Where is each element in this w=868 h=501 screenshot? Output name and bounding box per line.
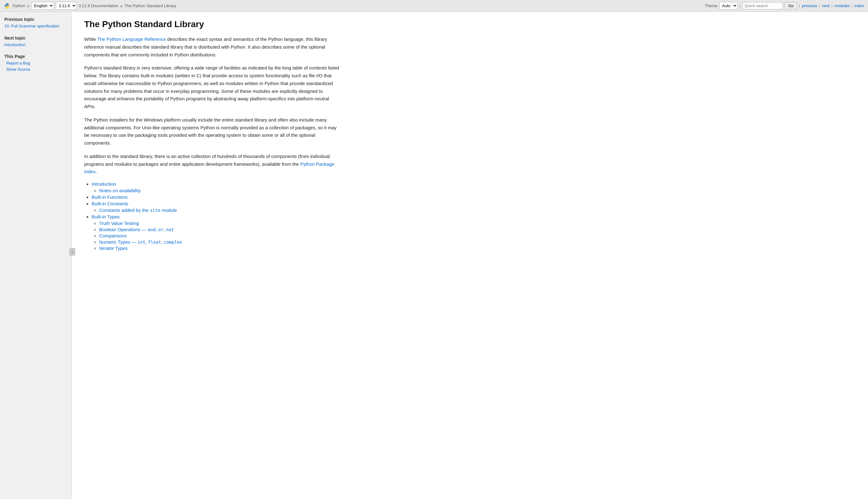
table-of-contents: Introduction Notes on availability Built… xyxy=(92,181,340,251)
python-language-reference-link[interactable]: The Python Language Reference xyxy=(97,36,166,42)
toc-item-notes-availability: Notes on availability xyxy=(99,188,340,193)
sidebar-previous-topic: Previous topic 10. Full Grammar specific… xyxy=(4,17,67,29)
paragraph-3: The Python installers for the Windows pl… xyxy=(84,116,340,147)
nav-next[interactable]: next xyxy=(822,3,830,8)
toc-link-builtin-types[interactable]: Built-in Types xyxy=(92,214,120,219)
toc-link-builtin-constants[interactable]: Built-in Constants xyxy=(92,201,128,206)
right-nav: Theme Auto Light Dark | Go | previous | … xyxy=(705,2,864,10)
toc-item-comparisons: Comparisons xyxy=(99,233,340,238)
toc-item-numeric-types: Numeric Types — int, float, complex xyxy=(99,239,340,245)
theme-label: Theme xyxy=(705,3,717,8)
this-page-title: This Page xyxy=(4,54,67,59)
pipe-3: | xyxy=(819,3,820,8)
breadcrumb-sep-2: » xyxy=(120,3,123,8)
breadcrumb-python[interactable]: Python xyxy=(12,3,25,8)
nav-modules[interactable]: modules xyxy=(834,3,850,8)
breadcrumb-doc-link[interactable]: 3.11.6 Documentation xyxy=(79,3,118,8)
pipe-4: | xyxy=(832,3,833,8)
breadcrumb-current: The Python Standard Library xyxy=(124,3,176,8)
layout: Previous topic 10. Full Grammar specific… xyxy=(0,12,868,499)
toc-link-introduction[interactable]: Introduction xyxy=(92,181,116,186)
pipe-2: | xyxy=(799,3,800,8)
next-topic-link[interactable]: Introduction xyxy=(4,42,25,47)
theme-select[interactable]: Auto Light Dark xyxy=(719,2,738,10)
go-button[interactable]: Go xyxy=(785,2,797,9)
toc-link-truth-value[interactable]: Truth Value Testing xyxy=(99,221,139,226)
topbar: Python » English 3.11.6 3.11.6 Documenta… xyxy=(0,0,868,12)
sidebar: Previous topic 10. Full Grammar specific… xyxy=(0,12,72,499)
toc-link-iterator-types[interactable]: Iterator Types xyxy=(99,246,127,251)
toc-link-builtin-functions[interactable]: Built-in Functions xyxy=(92,194,127,200)
toc-link-boolean-ops[interactable]: Boolean Operations — and, or, not xyxy=(99,227,174,232)
breadcrumb-sep-1: » xyxy=(27,3,29,8)
sidebar-this-page: This Page Report a Bug Show Source xyxy=(4,54,67,72)
paragraph-2: Python's standard library is very extens… xyxy=(84,64,340,110)
pipe-5: | xyxy=(852,3,853,8)
search-input[interactable] xyxy=(742,2,783,9)
paragraph-1: While The Python Language Reference desc… xyxy=(84,35,340,58)
content: The Python Standard Library While The Py… xyxy=(72,12,352,499)
language-select[interactable]: English xyxy=(31,2,54,10)
paragraph-4: In addition to the standard library, the… xyxy=(84,153,340,176)
toc-item-site-module: Constants added by the site module xyxy=(99,207,340,213)
nav-index[interactable]: index xyxy=(855,3,864,8)
toc-item-builtin-functions: Built-in Functions xyxy=(92,194,340,200)
toc-item-boolean-ops: Boolean Operations — and, or, not xyxy=(99,227,340,232)
toc-link-site-module[interactable]: Constants added by the site module xyxy=(99,207,177,213)
report-bug-link[interactable]: Report a Bug xyxy=(4,60,67,66)
toc-item-truth-value: Truth Value Testing xyxy=(99,221,340,226)
sidebar-next-topic: Next topic Introduction xyxy=(4,35,67,48)
toc-link-comparisons[interactable]: Comparisons xyxy=(99,233,127,238)
previous-topic-title: Previous topic xyxy=(4,17,67,22)
toc-item-builtin-types: Built-in Types Truth Value Testing Boole… xyxy=(92,214,340,251)
sidebar-collapse-button[interactable]: « xyxy=(70,248,75,255)
python-logo-icon xyxy=(4,2,11,9)
toc-link-numeric-types[interactable]: Numeric Types — int, float, complex xyxy=(99,239,182,245)
page-title: The Python Standard Library xyxy=(84,19,340,29)
version-select[interactable]: 3.11.6 xyxy=(56,2,77,10)
toc-item-builtin-constants: Built-in Constants Constants added by th… xyxy=(92,201,340,213)
toc-item-introduction: Introduction Notes on availability xyxy=(92,181,340,193)
previous-topic-link[interactable]: 10. Full Grammar specification xyxy=(4,24,59,28)
pipe-1: | xyxy=(740,3,741,8)
next-topic-title: Next topic xyxy=(4,35,67,41)
toc-item-iterator-types: Iterator Types xyxy=(99,246,340,251)
show-source-link[interactable]: Show Source xyxy=(4,66,67,73)
toc-link-notes-availability[interactable]: Notes on availability xyxy=(99,188,140,193)
nav-previous[interactable]: previous xyxy=(802,3,817,8)
pypi-link[interactable]: Python Package Index xyxy=(84,161,334,174)
